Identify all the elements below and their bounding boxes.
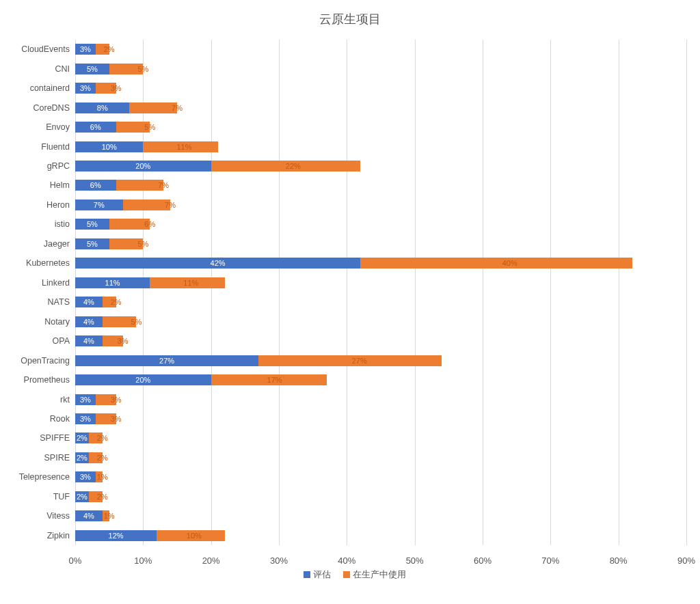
- category-label: Vitess: [0, 511, 75, 521]
- category-label: Notary: [0, 317, 75, 327]
- bar-track: 42%40%: [75, 258, 686, 269]
- bar-row: CoreDNS8%7%: [75, 102, 686, 113]
- bar-track: 5%5%: [75, 64, 686, 74]
- x-tick-label: 10%: [134, 555, 152, 566]
- category-label: Envoy: [0, 122, 75, 132]
- chart-container: 云原生项目 CloudEvents3%2%CNI5%5%containerd3%…: [0, 0, 700, 604]
- category-label: Fluentd: [0, 142, 75, 152]
- bar-track: 11%11%: [75, 277, 686, 288]
- bar-segment-production: [96, 413, 116, 424]
- category-label: rkt: [0, 395, 75, 404]
- bar-track: 2%2%: [75, 433, 686, 443]
- gridline: [619, 40, 619, 545]
- category-label: Telepresence: [0, 472, 75, 482]
- bar-segment-production: [103, 510, 109, 521]
- bar-track: 3%3%: [75, 394, 686, 405]
- bar-segment-evaluating: [75, 471, 96, 482]
- bar-row: CNI5%5%: [75, 64, 686, 74]
- gridline: [143, 40, 144, 545]
- bar-track: 3%2%: [75, 44, 686, 55]
- bar-segment-evaluating: [75, 161, 211, 171]
- bar-track: 6%7%: [75, 180, 686, 191]
- bar-segment-production: [360, 258, 632, 269]
- bar-row: Rook3%3%: [75, 413, 686, 424]
- bar-segment-production: [150, 277, 224, 288]
- bar-track: 2%2%: [75, 452, 686, 463]
- gridline: [415, 40, 416, 545]
- legend-swatch-production: [343, 571, 350, 578]
- bar-segment-evaluating: [75, 141, 143, 152]
- bar-row: OPA4%3%: [75, 335, 686, 346]
- bar-row: Prometheus20%17%: [75, 374, 686, 385]
- bar-track: 10%11%: [75, 141, 686, 152]
- bar-track: 4%1%: [75, 510, 686, 521]
- bar-track: 2%2%: [75, 491, 686, 502]
- category-label: Rook: [0, 414, 75, 424]
- bar-row: Telepresence3%1%: [75, 471, 686, 482]
- bar-track: 20%17%: [75, 374, 686, 385]
- bar-row: istio5%6%: [75, 219, 686, 230]
- category-label: SPIRE: [0, 453, 75, 463]
- category-label: gRPC: [0, 161, 75, 171]
- bars-area: CloudEvents3%2%CNI5%5%containerd3%3%Core…: [75, 40, 686, 545]
- bar-track: 12%10%: [75, 530, 686, 541]
- category-label: istio: [0, 219, 75, 229]
- bar-row: Jaeger5%5%: [75, 238, 686, 249]
- bar-track: 3%3%: [75, 83, 686, 94]
- bar-segment-evaluating: [75, 258, 360, 269]
- x-tick-label: 20%: [202, 555, 220, 566]
- gridline: [279, 40, 280, 545]
- category-label: TUF: [0, 492, 75, 502]
- bar-row: CloudEvents3%2%: [75, 44, 686, 55]
- bar-segment-production: [96, 44, 109, 55]
- gridline: [686, 40, 687, 545]
- bar-segment-evaluating: [75, 335, 103, 346]
- bar-segment-production: [129, 102, 177, 113]
- bar-segment-evaluating: [75, 510, 103, 521]
- category-label: CloudEvents: [0, 44, 75, 54]
- bar-segment-production: [211, 161, 361, 171]
- category-label: CNI: [0, 64, 75, 74]
- bar-row: TUF2%2%: [75, 491, 686, 502]
- bar-segment-production: [211, 374, 327, 385]
- legend-label-production: 在生产中使用: [353, 569, 406, 579]
- bar-row: rkt3%3%: [75, 394, 686, 405]
- x-tick-label: 0%: [69, 555, 82, 566]
- gridline: [75, 40, 76, 545]
- bar-segment-production: [96, 394, 116, 405]
- category-label: Kubernetes: [0, 258, 75, 268]
- bar-segment-evaluating: [75, 102, 129, 113]
- legend-label-evaluating: 评估: [313, 569, 331, 579]
- bar-row: gRPC20%22%: [75, 161, 686, 171]
- bar-row: OpenTracing27%27%: [75, 355, 686, 366]
- bar-segment-production: [89, 491, 103, 502]
- bar-row: Linkerd11%11%: [75, 277, 686, 288]
- bar-segment-evaluating: [75, 83, 96, 94]
- bar-row: Fluentd10%11%: [75, 141, 686, 152]
- bar-track: 27%27%: [75, 355, 686, 366]
- bar-track: 20%22%: [75, 161, 686, 171]
- bar-row: Heron7%7%: [75, 200, 686, 210]
- gridline: [483, 40, 483, 545]
- x-tick-label: 90%: [677, 555, 695, 566]
- bar-segment-production: [89, 452, 103, 463]
- category-label: Heron: [0, 200, 75, 210]
- bar-segment-evaluating: [75, 238, 109, 249]
- bar-track: 4%3%: [75, 335, 686, 346]
- x-tick-label: 40%: [338, 555, 355, 566]
- bar-row: NATS4%2%: [75, 297, 686, 307]
- bar-segment-production: [96, 83, 116, 94]
- bar-segment-evaluating: [75, 355, 258, 366]
- bar-segment-evaluating: [75, 219, 109, 230]
- bar-track: 3%3%: [75, 413, 686, 424]
- bar-segment-production: [96, 471, 103, 482]
- bar-track: 8%7%: [75, 102, 686, 113]
- bar-row: Zipkin12%10%: [75, 530, 686, 541]
- bar-track: 5%5%: [75, 238, 686, 249]
- bar-segment-evaluating: [75, 297, 103, 307]
- bar-row: containerd3%3%: [75, 83, 686, 94]
- bar-track: 5%6%: [75, 219, 686, 230]
- category-label: Zipkin: [0, 531, 75, 540]
- bar-segment-production: [109, 219, 150, 230]
- bar-segment-production: [258, 355, 442, 366]
